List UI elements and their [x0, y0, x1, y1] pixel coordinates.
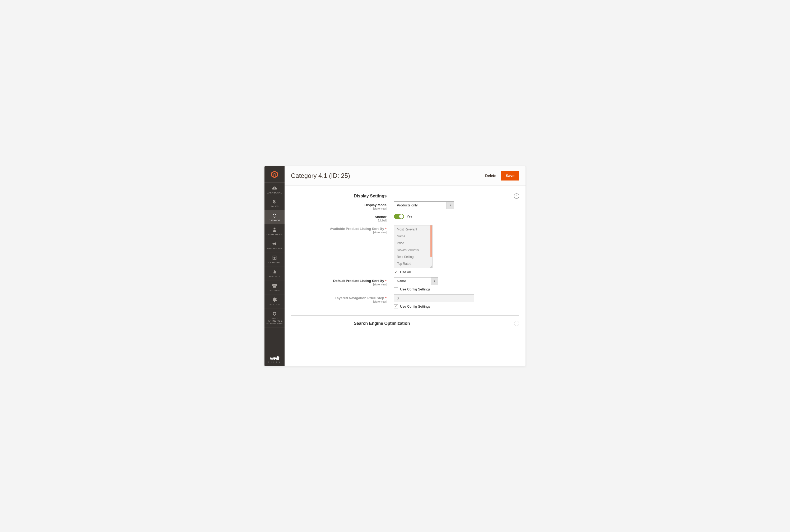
seo-section: Search Engine Optimization ⌄ [291, 316, 519, 337]
scope-label: [store view] [291, 283, 387, 286]
select-value: Products only [394, 203, 446, 207]
listbox-option[interactable]: Newest Arrivals [394, 247, 432, 253]
display-mode-select[interactable]: Products only ▼ [394, 202, 454, 209]
sidebar-item-customers[interactable]: CUSTOMERS [265, 224, 285, 239]
sidebar-item-stores[interactable]: STORES [265, 280, 285, 294]
person-icon [273, 227, 276, 232]
chart-icon [272, 269, 277, 274]
listbox-option[interactable]: Price [394, 240, 432, 247]
scope-label: [global] [291, 219, 387, 222]
price-step-row: Layered Navigation Price Step* [store vi… [291, 294, 519, 308]
app-window: DASHBOARD $ SALES CATALOG CUSTOMERS MARK… [264, 166, 526, 366]
listbox-option[interactable]: Most Relevant [394, 226, 432, 233]
sidebar-item-label: CATALOG [268, 220, 282, 222]
expand-icon[interactable]: ⌄ [514, 321, 519, 326]
sidebar-item-label: SYSTEM [268, 303, 281, 306]
price-step-label: Layered Navigation Price Step* [291, 296, 387, 300]
delete-button[interactable]: Delete [485, 174, 496, 178]
price-step-input[interactable]: $ [394, 294, 474, 302]
dashboard-icon [272, 185, 277, 191]
svg-rect-2 [273, 272, 273, 273]
use-config-label: Use Config Settings [400, 304, 430, 308]
listbox-option[interactable]: Top Rated [394, 260, 432, 267]
layout-icon [272, 255, 277, 260]
scope-label: [store view] [291, 207, 387, 210]
sidebar-item-partners[interactable]: FIND PARTNERS & EXTENSIONS [265, 308, 285, 328]
use-all-label: Use All [400, 270, 410, 274]
use-config-label: Use Config Settings [400, 287, 430, 291]
anchor-row: Anchor [global] Yes [291, 213, 519, 222]
main: Category 4.1 (ID: 25) Delete Save Displa… [285, 166, 525, 366]
available-sort-listbox[interactable]: Most Relevant Name Price Newest Arrivals… [394, 225, 432, 268]
dollar-icon: $ [273, 199, 276, 204]
catalog-icon [272, 213, 277, 218]
anchor-toggle[interactable] [394, 214, 404, 219]
section-title: Display Settings [291, 194, 514, 198]
use-config-checkbox[interactable] [394, 304, 398, 308]
svg-rect-4 [275, 271, 276, 273]
resize-handle[interactable] [430, 265, 432, 268]
listbox-option[interactable]: Best Selling [394, 253, 432, 260]
sidebar-item-label: REPORTS [267, 276, 282, 278]
sidebar-item-label: STORES [268, 289, 281, 292]
sidebar-item-label: FIND PARTNERS & EXTENSIONS [265, 318, 285, 325]
default-sort-label: Default Product Listing Sort By* [291, 279, 387, 283]
sidebar-item-label: SALES [270, 205, 280, 208]
header-actions: Delete Save [485, 171, 519, 180]
toggle-value: Yes [407, 214, 412, 218]
scope-label: [store view] [291, 300, 387, 303]
sidebar-item-label: CUSTOMERS [266, 233, 284, 236]
svg-point-1 [274, 228, 275, 229]
anchor-label: Anchor [291, 215, 387, 219]
sidebar-item-system[interactable]: SYSTEM [265, 294, 285, 308]
sidebar: DASHBOARD $ SALES CATALOG CUSTOMERS MARK… [265, 166, 285, 366]
use-all-checkbox[interactable] [394, 270, 398, 274]
sidebar-item-sales[interactable]: $ SALES [265, 196, 285, 210]
sidebar-item-reports[interactable]: REPORTS [265, 266, 285, 280]
section-header[interactable]: Display Settings ⌃ [291, 193, 519, 202]
display-mode-label: Display Mode [291, 203, 387, 207]
chevron-down-icon: ▼ [431, 278, 438, 285]
puzzle-icon [272, 311, 277, 316]
gear-icon [272, 297, 277, 302]
default-sort-select[interactable]: Name ▼ [394, 277, 438, 285]
scrollbar[interactable] [430, 225, 432, 256]
sidebar-item-catalog[interactable]: CATALOG [265, 210, 285, 224]
sidebar-item-content[interactable]: CONTENT [265, 252, 285, 266]
content: Display Settings ⌃ Display Mode [store v… [285, 186, 525, 366]
display-mode-row: Display Mode [store view] Products only … [291, 202, 519, 210]
default-sort-row: Default Product Listing Sort By* [store … [291, 277, 519, 291]
select-value: Name [394, 279, 431, 283]
save-button[interactable]: Save [501, 171, 519, 180]
use-config-row: Use Config Settings [394, 304, 519, 308]
svg-rect-3 [274, 270, 274, 273]
use-config-row: Use Config Settings [394, 287, 519, 291]
store-icon [272, 283, 277, 288]
megaphone-icon [272, 241, 277, 246]
magento-logo[interactable] [265, 166, 285, 183]
chevron-down-icon: ▼ [446, 202, 454, 209]
available-sort-label: Available Product Listing Sort By* [291, 227, 387, 231]
use-config-checkbox[interactable] [394, 287, 398, 291]
sidebar-item-marketing[interactable]: MARKETING [265, 239, 285, 252]
available-sort-row: Available Product Listing Sort By* [stor… [291, 225, 519, 274]
display-settings-section: Display Settings ⌃ Display Mode [store v… [291, 190, 519, 316]
svg-text:$: $ [273, 199, 275, 204]
section-title: Search Engine Optimization [291, 321, 514, 326]
page-header: Category 4.1 (ID: 25) Delete Save [285, 166, 525, 186]
sidebar-item-label: CONTENT [267, 261, 282, 264]
sidebar-item-dashboard[interactable]: DASHBOARD [265, 183, 285, 197]
collapse-icon[interactable]: ⌃ [514, 193, 519, 199]
use-all-row: Use All [394, 270, 519, 274]
section-header[interactable]: Search Engine Optimization ⌄ [291, 321, 519, 329]
brand-logo: weltP I X E L [265, 352, 285, 366]
scope-label: [store view] [291, 231, 387, 234]
sidebar-item-label: MARKETING [266, 247, 283, 250]
sidebar-item-label: DASHBOARD [266, 192, 284, 194]
listbox-option[interactable]: Name [394, 233, 432, 240]
page-title: Category 4.1 (ID: 25) [291, 172, 485, 179]
